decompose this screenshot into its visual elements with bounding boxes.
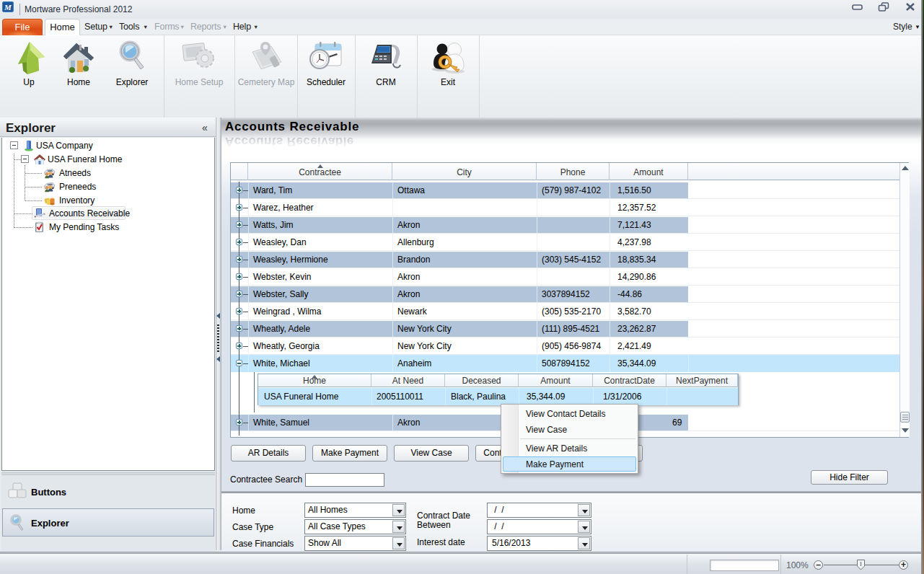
svg-text:M: M: [4, 3, 12, 12]
